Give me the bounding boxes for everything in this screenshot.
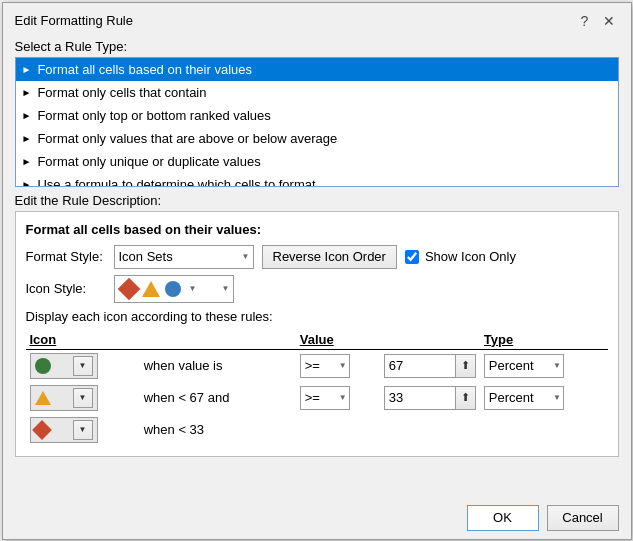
table-row: ▼ when value is >= > <box>26 349 608 382</box>
title-bar: Edit Formatting Rule ? ✕ <box>3 3 631 35</box>
type-cell: Percent Number Formula Percentile <box>480 349 608 382</box>
value-input-wrapper-1: ⬆ <box>384 354 476 378</box>
rule-list-item[interactable]: ► Format only cells that contain <box>16 81 618 104</box>
rule-list-item[interactable]: ► Format only top or bottom ranked value… <box>16 104 618 127</box>
rule-desc-label: Edit the Rule Description: <box>15 193 619 208</box>
format-style-select[interactable]: Icon Sets <box>114 245 254 269</box>
table-row: ▼ when < 67 and >= > <box>26 382 608 414</box>
col-spacer <box>136 330 296 350</box>
rule-list-item[interactable]: ► Format all cells based on their values <box>16 58 618 81</box>
rule-desc-box: Format all cells based on their values: … <box>15 211 619 457</box>
col-type-header: Type <box>480 330 608 350</box>
rule-desc-section: Edit the Rule Description: Format all ce… <box>15 193 619 457</box>
icon-style-row: Icon Style: ▼ <box>26 275 608 303</box>
ok-button[interactable]: OK <box>467 505 539 531</box>
icon-cell-td: ▼ <box>26 349 136 382</box>
type-cell: Percent Number Formula Percentile <box>480 382 608 414</box>
rule-item-text: Format only top or bottom ranked values <box>37 108 270 123</box>
rule-type-section: Select a Rule Type: ► Format all cells b… <box>15 39 619 187</box>
rules-table: Icon Value Type <box>26 330 608 446</box>
arrow-icon: ► <box>22 179 32 187</box>
icon-dropdown-btn-2[interactable]: ▼ <box>73 388 93 408</box>
rule-item-text: Use a formula to determine which cells t… <box>37 177 315 187</box>
dialog: Edit Formatting Rule ? ✕ Select a Rule T… <box>2 2 632 540</box>
type-select-2[interactable]: Percent Number Formula Percentile <box>484 386 564 410</box>
yellow-triangle-icon <box>35 391 51 405</box>
icon-dropdown-btn-1[interactable]: ▼ <box>73 356 93 376</box>
format-style-row: Format Style: Icon Sets Reverse Icon Ord… <box>26 245 608 269</box>
value-arrow-btn-1[interactable]: ⬆ <box>455 355 475 377</box>
op-select-wrapper-1: >= > <box>300 354 350 378</box>
format-style-label: Format Style: <box>26 249 106 264</box>
value-cell-empty <box>380 414 480 446</box>
icon-dropdown-btn-3[interactable]: ▼ <box>73 420 93 440</box>
col-value-header: Value <box>296 330 380 350</box>
red-diamond-icon <box>32 420 52 440</box>
rule-list-item[interactable]: ► Format only unique or duplicate values <box>16 150 618 173</box>
icon-style-select-wrapper[interactable]: ▼ <box>114 275 234 303</box>
rule-item-text: Format only values that are above or bel… <box>37 131 337 146</box>
arrow-icon: ► <box>22 64 32 75</box>
show-icon-only-checkbox[interactable] <box>405 250 419 264</box>
icon-cell-td: ▼ <box>26 414 136 446</box>
value-arrow-btn-2[interactable]: ⬆ <box>455 387 475 409</box>
when-text-cell: when value is <box>136 349 296 382</box>
help-button[interactable]: ? <box>575 11 595 31</box>
value-input-wrapper-2: ⬆ <box>384 386 476 410</box>
title-bar-buttons: ? ✕ <box>575 11 619 31</box>
cancel-button[interactable]: Cancel <box>547 505 619 531</box>
close-button[interactable]: ✕ <box>599 11 619 31</box>
operator-cell: >= > <box>296 349 380 382</box>
dialog-title: Edit Formatting Rule <box>15 13 134 28</box>
display-each-label: Display each icon according to these rul… <box>26 309 608 324</box>
operator-cell: >= > <box>296 382 380 414</box>
rule-list-item[interactable]: ► Format only values that are above or b… <box>16 127 618 150</box>
format-style-select-wrapper: Icon Sets <box>114 245 254 269</box>
value-input-1[interactable] <box>385 355 455 377</box>
col-spacer2 <box>380 330 480 350</box>
green-circle-icon <box>35 358 51 374</box>
arrow-icon: ► <box>22 133 32 144</box>
op-select-wrapper-2: >= > <box>300 386 350 410</box>
when-text-3: when < 33 <box>140 422 208 437</box>
rule-item-text: Format only cells that contain <box>37 85 206 100</box>
when-text-cell: when < 67 and <box>136 382 296 414</box>
icon-cell-1: ▼ <box>30 353 98 379</box>
value-cell: ⬆ <box>380 349 480 382</box>
when-text-2: when < 67 and <box>140 390 234 405</box>
diamond-icon <box>119 279 139 299</box>
show-icon-only-row: Show Icon Only <box>405 249 516 264</box>
operator-select-2[interactable]: >= > <box>300 386 350 410</box>
rule-list-item[interactable]: ► Use a formula to determine which cells… <box>16 173 618 187</box>
show-icon-only-label: Show Icon Only <box>425 249 516 264</box>
arrow-icon: ► <box>22 156 32 167</box>
type-select-wrapper-2: Percent Number Formula Percentile <box>484 386 564 410</box>
icon-cell-3: ▼ <box>30 417 98 443</box>
triangle-icon <box>141 279 161 299</box>
type-select-wrapper-1: Percent Number Formula Percentile <box>484 354 564 378</box>
when-text-cell: when < 33 <box>136 414 296 446</box>
arrow-icon: ► <box>22 110 32 121</box>
table-row: ▼ when < 33 <box>26 414 608 446</box>
value-input-2[interactable] <box>385 387 455 409</box>
value-cell: ⬆ <box>380 382 480 414</box>
icon-style-label: Icon Style: <box>26 281 106 296</box>
dialog-body: Select a Rule Type: ► Format all cells b… <box>3 35 631 497</box>
circle-icon <box>163 279 183 299</box>
rule-item-text: Format only unique or duplicate values <box>37 154 260 169</box>
type-cell-empty <box>480 414 608 446</box>
arrow-icon: ► <box>22 87 32 98</box>
reverse-icon-order-button[interactable]: Reverse Icon Order <box>262 245 397 269</box>
col-icon-header: Icon <box>26 330 136 350</box>
operator-cell-empty <box>296 414 380 446</box>
operator-select-1[interactable]: >= > <box>300 354 350 378</box>
icon-cell-td: ▼ <box>26 382 136 414</box>
icon-cell-2: ▼ <box>30 385 98 411</box>
icon-style-dropdown-arrow: ▼ <box>189 284 197 293</box>
rule-item-text: Format all cells based on their values <box>37 62 252 77</box>
type-select-1[interactable]: Percent Number Formula Percentile <box>484 354 564 378</box>
bottom-bar: OK Cancel <box>3 497 631 539</box>
rule-type-list[interactable]: ► Format all cells based on their values… <box>15 57 619 187</box>
when-text-1: when value is <box>140 358 227 373</box>
icon-style-box[interactable]: ▼ <box>114 275 234 303</box>
